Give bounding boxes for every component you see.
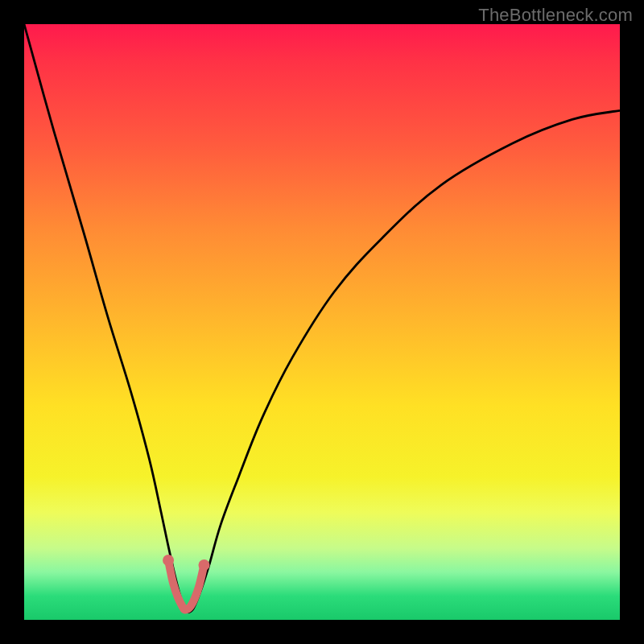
curve-path — [24, 24, 620, 613]
watermark-label: TheBottleneck.com — [478, 5, 633, 26]
chart-svg — [24, 24, 620, 620]
highlight-dot — [163, 555, 174, 566]
highlight-dot — [198, 559, 209, 571]
chart-stage: TheBottleneck.com — [0, 0, 644, 644]
plot-area — [24, 24, 620, 620]
highlight-segment — [168, 560, 204, 609]
